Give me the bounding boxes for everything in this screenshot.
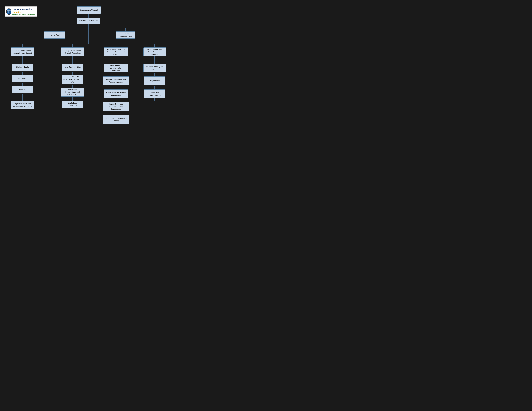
deputy-operations-box: Deputy Commissioner General- Operations bbox=[61, 47, 84, 56]
deputy-strategic-box: Deputy Commissioner General- Strategic S… bbox=[143, 47, 166, 56]
admin-property-box: Administration, Property and Security bbox=[103, 115, 129, 124]
org-chart: Commissioner General Administrative Assi… bbox=[3, 5, 174, 145]
large-taxpayer-box: Large Taxpayer Office bbox=[62, 64, 83, 71]
legislation-treaty-box: Legislation Treaty and International Tax… bbox=[11, 101, 34, 110]
revenue-service-box: Revenue Service Centres (4) Tax Offices … bbox=[62, 75, 84, 84]
hrm-box: Human Resource Management and Developmen… bbox=[103, 102, 129, 111]
criminal-litigation-box: Criminal Litigation bbox=[12, 64, 33, 71]
budget-box: Budget, Expenditure and Revenue Account bbox=[103, 76, 129, 85]
internal-audit-box: Internal Audit bbox=[44, 31, 65, 39]
administrative-assistant-box: Administrative Assistant bbox=[77, 18, 100, 24]
advisory-box: Advisory bbox=[12, 86, 33, 93]
page: Tax Administration Jamaica Working toget… bbox=[3, 5, 174, 145]
centralized-operations-box: Centralized Operations bbox=[62, 101, 83, 108]
ict-box: Information and Communication Technology bbox=[104, 64, 128, 73]
deputy-legal-box: Deputy Commissioner General- Legal Suppo… bbox=[11, 47, 34, 56]
records-box: Records and Information Management bbox=[104, 89, 128, 98]
intelligence-box: Intelligence, Investigations and Enforce… bbox=[61, 88, 84, 97]
corporate-communication-box: Corporate Communication bbox=[116, 31, 135, 39]
commissioner-general-box: Commissioner General bbox=[76, 6, 101, 14]
deputy-management-box: Deputy Commissioner General- Management … bbox=[104, 47, 128, 56]
policy-transformation-box: Policy and Transformation bbox=[144, 89, 165, 98]
civil-litigation-box: Civil Litigation bbox=[12, 75, 33, 82]
strategic-planning-box: Strategic Planning and Research bbox=[143, 64, 166, 73]
programmes-box: Programmes bbox=[144, 76, 165, 85]
